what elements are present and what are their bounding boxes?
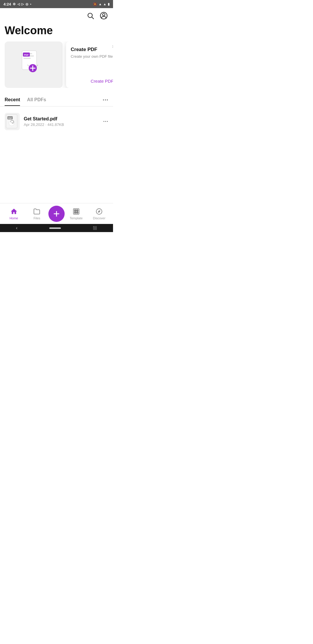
create-pdf-illustration: PDF — [21, 50, 47, 79]
page-title: Welcome — [0, 23, 113, 41]
home-pill[interactable] — [49, 227, 61, 229]
svg-text:PDF: PDF — [8, 117, 12, 119]
tab-recent[interactable]: Recent — [5, 97, 20, 106]
svg-line-15 — [37, 65, 38, 66]
wifi-icon: ▲ — [99, 2, 102, 6]
search-button[interactable] — [86, 11, 95, 20]
status-time: 4:24 — [3, 2, 11, 6]
nav-files[interactable]: Files — [26, 207, 49, 220]
carousel: PDF × Create PDF Create your own PDF fil… — [0, 41, 113, 88]
battery-icon: ▮ — [108, 2, 110, 6]
tooltip-action-button[interactable]: Create PDF — [91, 79, 113, 84]
settings-status-icon: ⚙ — [13, 2, 16, 6]
svg-point-3 — [103, 13, 105, 16]
signal-icon: ▲ — [103, 2, 106, 6]
nav-home[interactable]: Home — [2, 207, 26, 220]
tab-all-pdfs[interactable]: All PDFs — [27, 97, 46, 106]
svg-line-1 — [92, 17, 94, 19]
svg-rect-26 — [74, 210, 76, 211]
tabs-row: Recent All PDFs ··· — [0, 92, 113, 106]
tooltip-popup: × Create PDF Create your own PDF file Cr… — [66, 41, 113, 88]
file-meta-separator: · — [45, 122, 47, 127]
tabs-more-button[interactable]: ··· — [103, 97, 108, 106]
file-list: PDF Get Started.pdf Apr 28,2022 · 441.87… — [0, 106, 113, 137]
svg-point-32 — [99, 211, 100, 212]
mute-icon: 🔕 — [93, 2, 97, 6]
svg-rect-29 — [77, 212, 78, 213]
dot-icon: • — [30, 2, 31, 6]
svg-text:PDF: PDF — [24, 54, 29, 56]
whatsapp-icon: ◎ — [26, 2, 28, 6]
home-icon — [10, 207, 18, 216]
profile-button[interactable] — [99, 11, 108, 20]
file-more-button[interactable]: ··· — [103, 119, 108, 125]
file-info: Get Started.pdf Apr 28,2022 · 441.87KB — [24, 116, 99, 127]
svg-rect-28 — [77, 210, 78, 211]
nav-discover[interactable]: Discover — [88, 207, 111, 220]
tooltip-description: Create your own PDF file — [71, 54, 113, 59]
nav-files-label: Files — [34, 216, 40, 220]
nav-template-label: Template — [70, 216, 83, 220]
template-icon — [72, 207, 80, 216]
nav-home-label: Home — [10, 216, 18, 220]
bottom-nav: Home Files Template — [0, 203, 113, 224]
nav-fab-button[interactable] — [48, 206, 65, 222]
table-row[interactable]: PDF Get Started.pdf Apr 28,2022 · 441.87… — [5, 109, 108, 134]
svg-rect-27 — [74, 212, 76, 213]
location-off-icon: ◁ — [17, 2, 20, 6]
system-nav-bar: ‹ ⬛ — [0, 224, 113, 232]
file-meta: Apr 28,2022 · 441.87KB — [24, 122, 99, 127]
svg-rect-8 — [23, 58, 31, 59]
file-icon: PDF — [5, 113, 20, 130]
send-icon: ▷ — [21, 2, 24, 6]
tooltip-title: Create PDF — [71, 47, 113, 53]
file-name: Get Started.pdf — [24, 116, 99, 122]
file-size: 441.87KB — [48, 122, 64, 127]
tooltip-close-button[interactable]: × — [112, 44, 113, 49]
files-icon — [33, 207, 41, 216]
discover-nav-icon — [95, 207, 103, 216]
recents-button[interactable]: ⬛ — [93, 226, 97, 230]
back-button[interactable]: ‹ — [16, 225, 17, 231]
file-date: Apr 28,2022 — [24, 122, 44, 127]
create-pdf-card[interactable]: PDF — [5, 41, 63, 88]
nav-template[interactable]: Template — [65, 207, 88, 220]
status-bar: 4:24 ⚙ ◁ ▷ ◎ • 🔕 ▲ ▲ ▮ — [0, 0, 113, 8]
nav-discover-label: Discover — [93, 216, 105, 220]
header — [0, 8, 113, 23]
